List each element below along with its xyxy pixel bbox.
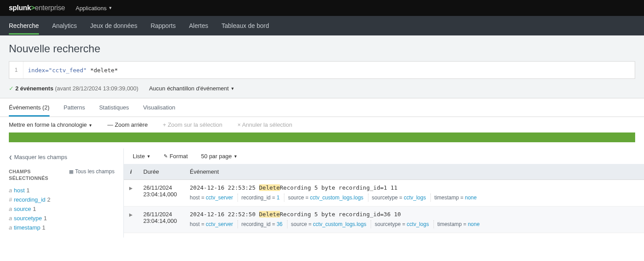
pencil-icon: ✎ xyxy=(164,153,168,159)
check-icon: ✓ xyxy=(9,85,14,92)
expand-icon[interactable]: ▶ xyxy=(129,186,133,191)
grid-icon: ▦ xyxy=(69,169,73,175)
events-main: Liste ▼ ✎ Format 50 par page ▼ i Durée É… xyxy=(124,148,644,238)
field-tag[interactable]: sourcetype = cctv_logs xyxy=(372,194,431,202)
line-number: 1 xyxy=(9,62,23,78)
per-page-dropdown[interactable]: 50 par page ▼ xyxy=(201,153,238,160)
zoom-selection-button: + Zoom sur la sélection xyxy=(163,121,222,128)
field-source[interactable]: asource1 xyxy=(9,204,115,214)
timeline-bar[interactable] xyxy=(9,132,635,142)
field-tag[interactable]: sourcetype = cctv_logs xyxy=(375,220,433,228)
status-row: ✓ 2 événements (avant 28/12/2024 13:09:3… xyxy=(9,79,635,98)
chevron-down-icon: ▼ xyxy=(108,6,112,10)
zoom-out-button[interactable]: — Zoom arrière xyxy=(107,121,148,128)
chevron-down-icon: ▼ xyxy=(88,123,92,128)
top-bar: splunk>enterprise Applications▼ xyxy=(0,0,644,16)
search-box[interactable]: 1 index="cctv_feed" *delete* xyxy=(9,61,635,79)
cancel-selection-button: × Annuler la sélection xyxy=(238,121,292,128)
event-time: 26/11/202423:04:14,000 xyxy=(138,206,184,233)
expand-icon[interactable]: ▶ xyxy=(129,212,133,217)
result-tabs: Événements (2) Patterns Statistiques Vis… xyxy=(0,98,644,117)
field-tag[interactable]: recording_id = 36 xyxy=(242,220,288,228)
field-sourcetype[interactable]: asourcetype1 xyxy=(9,214,115,223)
field-host[interactable]: ahost1 xyxy=(9,186,115,195)
timeline-controls: Mettre en forme la chronologie ▼ — Zoom … xyxy=(0,117,644,132)
nav-alertes[interactable]: Alertes xyxy=(189,17,208,35)
field-tag[interactable]: recording_id = 1 xyxy=(242,194,284,202)
sampling-dropdown[interactable]: Aucun échantillon d'événement▼ xyxy=(149,85,234,92)
tab-events[interactable]: Événements (2) xyxy=(9,98,50,117)
field-tag[interactable]: timestamp = none xyxy=(434,194,481,202)
tab-patterns[interactable]: Patterns xyxy=(64,98,85,117)
logo: splunk>enterprise xyxy=(9,4,65,12)
col-info: i xyxy=(124,164,138,180)
format-button[interactable]: ✎ Format xyxy=(164,153,188,160)
page-title: Nouvelle recherche xyxy=(9,43,635,55)
view-controls: Liste ▼ ✎ Format 50 par page ▼ xyxy=(124,148,644,164)
nav-recherche[interactable]: Recherche xyxy=(9,17,39,35)
event-row: ▶26/11/202423:04:14,0002024-12-16 22:53:… xyxy=(124,180,644,206)
event-time: 26/11/202423:04:14,000 xyxy=(138,180,184,206)
applications-menu[interactable]: Applications▼ xyxy=(76,5,112,12)
format-timeline-dropdown[interactable]: Mettre en forme la chronologie ▼ xyxy=(9,121,92,128)
field-tag[interactable]: source = cctv_custom_logs.logs xyxy=(291,220,371,228)
selected-fields-header: CHAMPSSÉLECTIONNÉS xyxy=(9,168,48,182)
event-raw[interactable]: 2024-12-16 22:52:50 DeleteRecording 5 by… xyxy=(190,211,639,218)
search-query[interactable]: index="cctv_feed" *delete* xyxy=(23,67,635,74)
chevron-down-icon: ▼ xyxy=(234,154,238,159)
col-event: Événement xyxy=(184,164,644,180)
field-tag[interactable]: host = cctv_server xyxy=(190,220,238,228)
nav-rapports[interactable]: Rapports xyxy=(150,17,176,35)
nav-analytics[interactable]: Analytics xyxy=(52,17,77,35)
event-count: 2 événements xyxy=(15,85,54,92)
event-range: (avant 28/12/2024 13:09:39,000) xyxy=(55,85,138,92)
field-tag[interactable]: host = cctv_server xyxy=(190,194,238,202)
tab-statistics[interactable]: Statistiques xyxy=(99,98,129,117)
chevron-down-icon: ▼ xyxy=(146,154,150,159)
chevron-down-icon: ▼ xyxy=(230,86,234,91)
nav-jeux-de-donnees[interactable]: Jeux de données xyxy=(90,17,138,35)
hide-fields-button[interactable]: ❮ Masquer les champs xyxy=(9,154,115,160)
events-table: i Durée Événement ▶26/11/202423:04:14,00… xyxy=(124,164,644,233)
col-time[interactable]: Durée xyxy=(138,164,184,180)
fields-panel: ❮ Masquer les champs CHAMPSSÉLECTIONNÉS … xyxy=(0,148,124,238)
field-tag[interactable]: timestamp = none xyxy=(437,220,484,228)
all-fields-button[interactable]: ▦ Tous les champs xyxy=(69,168,115,175)
view-mode-dropdown[interactable]: Liste ▼ xyxy=(133,153,150,160)
event-row: ▶26/11/202423:04:14,0002024-12-16 22:52:… xyxy=(124,206,644,233)
event-raw[interactable]: 2024-12-16 22:53:25 DeleteRecording 5 by… xyxy=(190,184,639,191)
field-timestamp[interactable]: atimestamp1 xyxy=(9,223,115,232)
field-tag[interactable]: source = cctv_custom_logs.logs xyxy=(288,194,368,202)
field-recording_id[interactable]: #recording_id2 xyxy=(9,195,115,204)
tab-visualisation[interactable]: Visualisation xyxy=(143,98,175,117)
nav-bar: Recherche Analytics Jeux de données Rapp… xyxy=(0,16,644,35)
nav-tableaux[interactable]: Tableaux de bord xyxy=(222,17,269,35)
chevron-left-icon: ❮ xyxy=(9,155,12,160)
